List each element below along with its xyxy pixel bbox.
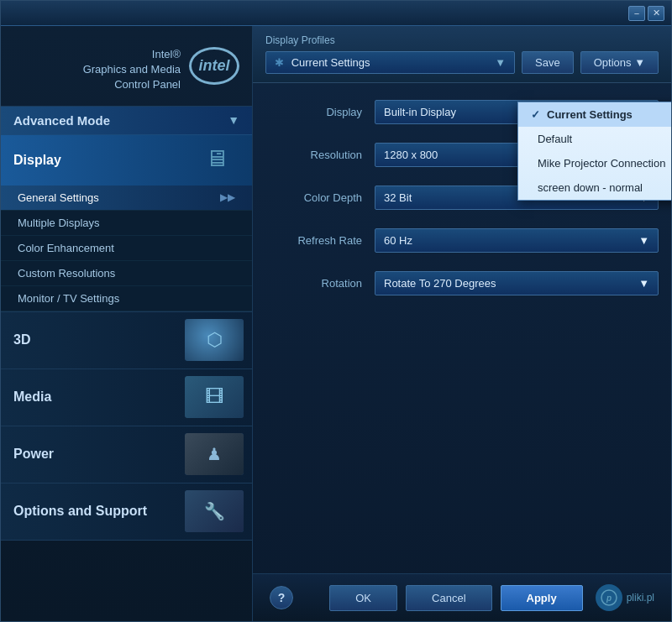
dropdown-item-mike[interactable]: Mike Projector Connection (518, 151, 671, 175)
3d-section-title: 3D (13, 332, 30, 348)
arrow-icon: ▶▶ (220, 191, 235, 203)
cancel-button[interactable]: Cancel (406, 585, 491, 611)
profiles-label: Display Profiles (265, 34, 659, 46)
display-icon: 🖥 (205, 144, 228, 172)
profile-star: ✱ Current Settings (275, 56, 370, 69)
nav-section-display: Display 🖥 General Settings ▶▶ Multiple D… (1, 135, 252, 312)
dropdown-arrow-icon: ▼ (495, 56, 506, 69)
media-section-title: Media (13, 389, 51, 405)
bottom-bar: ? OK Cancel Apply p pliki.pl (253, 573, 671, 621)
help-button[interactable]: ? (270, 586, 293, 609)
ok-button[interactable]: OK (329, 585, 397, 611)
profiles-controls: ✱ Current Settings ▼ Save Options ▼ (265, 51, 659, 74)
options-button[interactable]: Options ▼ (580, 51, 659, 74)
dropdown-item-current[interactable]: ✓ Current Settings (518, 102, 671, 127)
nav-section-3d[interactable]: 3D ⬡ (1, 312, 252, 369)
profile-dropdown-menu: ✓ Current Settings Default Mike Projecto… (517, 102, 671, 201)
power-icon: ♟ (185, 433, 244, 475)
intel-logo: intel (189, 47, 239, 85)
dropdown-item-default[interactable]: Default (518, 127, 671, 151)
nav-item-color-enhancement[interactable]: Color Enhancement (1, 236, 252, 261)
brand-logo: p pliki.pl (596, 584, 654, 611)
setting-row-rotation: Rotation Rotate To 270 Degrees ▼ (265, 267, 659, 300)
svg-text:p: p (606, 593, 612, 603)
app-title: Intel® Graphics and Media Control Panel (83, 47, 181, 93)
3d-thumb: ⬡ (185, 319, 244, 361)
dropdown-arrow-icon: ▼ (638, 234, 649, 247)
main-window: − ✕ Intel® Graphics and Media Control Pa… (0, 0, 672, 622)
media-thumb: 🎞 (185, 376, 244, 418)
display-label: Display (265, 106, 375, 118)
rotation-dropdown[interactable]: Rotate To 270 Degrees ▼ (375, 271, 659, 295)
dropdown-arrow-icon: ▼ (638, 277, 649, 290)
3d-icon: ⬡ (185, 319, 244, 361)
options-thumb: 🔧 (185, 490, 244, 532)
sidebar: Intel® Graphics and Media Control Panel … (1, 26, 253, 621)
apply-button[interactable]: Apply (501, 585, 583, 611)
save-button[interactable]: Save (522, 51, 574, 74)
nav-section-options[interactable]: Options and Support 🔧 (1, 483, 252, 541)
profile-dropdown[interactable]: ✱ Current Settings ▼ (265, 51, 515, 74)
power-section-title: Power (13, 447, 54, 462)
close-button[interactable]: ✕ (648, 6, 664, 21)
mode-label: Advanced Mode (13, 113, 110, 128)
options-section-title: Options and Support (13, 504, 147, 519)
nav-item-general-settings[interactable]: General Settings ▶▶ (1, 186, 252, 211)
refresh-rate-label: Refresh Rate (265, 234, 375, 247)
mode-arrow-icon: ▼ (228, 113, 239, 127)
nav-section-media[interactable]: Media 🎞 (1, 369, 252, 426)
nav-item-multiple-displays[interactable]: Multiple Displays (1, 211, 252, 236)
dropdown-item-screen-down[interactable]: screen down - normal (518, 175, 671, 200)
check-icon: ✓ (531, 108, 540, 121)
brand-icon: p (596, 584, 622, 611)
nav-section-power[interactable]: Power ♟ (1, 426, 252, 483)
display-section-title: Display (13, 153, 61, 168)
brand-text: pliki.pl (627, 592, 654, 604)
sidebar-header: Intel® Graphics and Media Control Panel … (1, 26, 252, 107)
display-section-header[interactable]: Display 🖥 (1, 135, 252, 186)
nav-item-custom-resolutions[interactable]: Custom Resolutions (1, 261, 252, 286)
color-depth-label: Color Depth (265, 191, 375, 204)
minimize-button[interactable]: − (628, 6, 645, 21)
rotation-label: Rotation (265, 277, 375, 290)
setting-row-refresh-rate: Refresh Rate 60 Hz ▼ (265, 224, 659, 257)
media-icon: 🎞 (185, 376, 244, 418)
display-sub-items: General Settings ▶▶ Multiple Displays Co… (1, 186, 252, 311)
nav-item-monitor-tv[interactable]: Monitor / TV Settings (1, 286, 252, 311)
main-content: Display Profiles ✱ Current Settings ▼ Sa… (253, 26, 671, 621)
resolution-label: Resolution (265, 149, 375, 161)
mode-selector[interactable]: Advanced Mode ▼ (1, 107, 252, 135)
power-thumb: ♟ (185, 433, 244, 475)
refresh-rate-dropdown[interactable]: 60 Hz ▼ (375, 228, 659, 253)
content-area: Intel® Graphics and Media Control Panel … (1, 26, 671, 621)
options-icon: 🔧 (185, 490, 244, 532)
title-bar: − ✕ (1, 1, 671, 26)
profiles-bar: Display Profiles ✱ Current Settings ▼ Sa… (253, 26, 671, 83)
